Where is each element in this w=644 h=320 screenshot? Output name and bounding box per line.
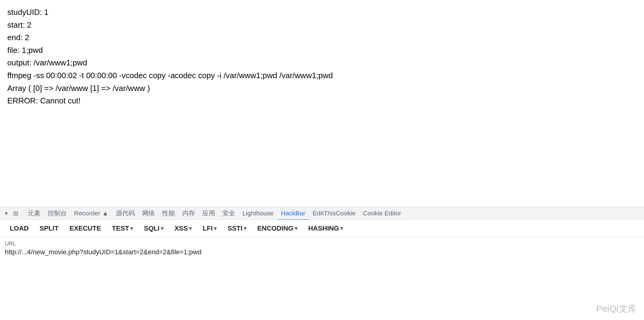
devtools-panel: 元素控制台Recorder ▲源代码网络性能内存应用安全LighthouseHa… xyxy=(0,207,644,320)
url-value: http://...4/new_movie.php?studyUID=1&sta… xyxy=(5,248,639,256)
hackbar-btn-execute[interactable]: EXECUTE xyxy=(65,223,106,234)
devtools-tab-network[interactable]: 网络 xyxy=(139,207,159,220)
dropdown-arrow-icon: ▾ xyxy=(189,225,192,232)
dropdown-arrow-icon: ▾ xyxy=(295,225,297,232)
output-line: output: /var/www1;pwd xyxy=(7,57,637,69)
devtools-tab-elements[interactable]: 元素 xyxy=(24,207,44,220)
tab-separator-1 xyxy=(22,210,22,217)
cursor-icon[interactable] xyxy=(2,209,11,218)
devtools-tab-sources[interactable]: 源代码 xyxy=(112,207,139,220)
devtools-tab-security[interactable]: 安全 xyxy=(219,207,239,220)
devtools-tab-performance[interactable]: 性能 xyxy=(159,207,179,220)
hackbar-btn-hashing[interactable]: HASHING ▾ xyxy=(303,223,348,234)
devtools-tabs-bar: 元素控制台Recorder ▲源代码网络性能内存应用安全LighthouseHa… xyxy=(0,207,644,220)
devtools-tab-editthiscookie[interactable]: EditThisCookie xyxy=(309,207,359,220)
dropdown-arrow-icon: ▾ xyxy=(244,225,246,232)
devtools-tab-application[interactable]: 应用 xyxy=(199,207,219,220)
devtools-tab-console[interactable]: 控制台 xyxy=(44,207,70,220)
output-line: ERROR: Cannot cut! xyxy=(7,95,637,107)
devtools-tab-cookieeditor[interactable]: Cookie Editor xyxy=(359,207,405,220)
devtools-tab-memory[interactable]: 内存 xyxy=(179,207,199,220)
dropdown-arrow-icon: ▾ xyxy=(214,225,217,232)
peiqi-watermark: PeiQi文库 xyxy=(596,303,637,315)
dropdown-arrow-icon: ▾ xyxy=(130,225,133,232)
main-output-area: studyUID: 1start: 2end: 2file: 1;pwdoutp… xyxy=(0,0,644,207)
dropdown-arrow-icon: ▾ xyxy=(340,225,343,232)
hackbar-btn-xss[interactable]: XSS ▾ xyxy=(170,223,197,234)
hackbar-url-area[interactable]: URL http://...4/new_movie.php?studyUID=1… xyxy=(0,237,644,320)
output-line: start: 2 xyxy=(7,19,637,32)
hackbar-btn-test[interactable]: TEST ▾ xyxy=(107,223,138,234)
output-line: studyUID: 1 xyxy=(7,6,637,19)
url-label: URL xyxy=(5,241,639,247)
output-line: ffmpeg -ss 00:00:02 -t 00:00:00 -vcodec … xyxy=(7,69,637,82)
hackbar-toolbar: LOADSPLITEXECUTETEST ▾SQLI ▾XSS ▾LFI ▾SS… xyxy=(0,220,644,237)
output-line: file: 1;pwd xyxy=(7,44,637,57)
devtools-tab-recorder[interactable]: Recorder ▲ xyxy=(70,207,112,220)
hackbar-btn-lfi[interactable]: LFI ▾ xyxy=(198,223,221,234)
hackbar-btn-sqli[interactable]: SQLI ▾ xyxy=(139,223,168,234)
dropdown-arrow-icon: ▾ xyxy=(161,225,163,232)
output-line: Array ( [0] => /var/www [1] => /var/www … xyxy=(7,82,637,95)
hackbar-btn-split[interactable]: SPLIT xyxy=(35,223,63,234)
devtools-tab-hackbar[interactable]: HackBar xyxy=(277,207,309,220)
svg-rect-1 xyxy=(15,213,17,214)
hackbar-btn-encoding[interactable]: ENCODING ▾ xyxy=(252,223,302,234)
output-line: end: 2 xyxy=(7,31,637,44)
hackbar-btn-load[interactable]: LOAD xyxy=(5,223,33,234)
hackbar-btn-ssti[interactable]: SSTI ▾ xyxy=(223,223,251,234)
inspect-icon[interactable] xyxy=(12,209,20,218)
devtools-tab-lighthouse[interactable]: Lighthouse xyxy=(239,207,277,220)
